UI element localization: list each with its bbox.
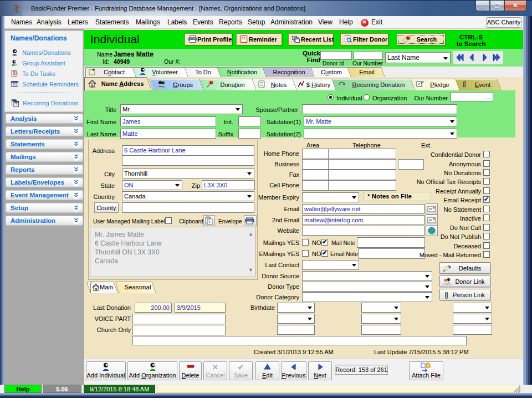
svg-text:7: 7 <box>16 102 18 106</box>
svg-text:15: 15 <box>242 37 245 40</box>
